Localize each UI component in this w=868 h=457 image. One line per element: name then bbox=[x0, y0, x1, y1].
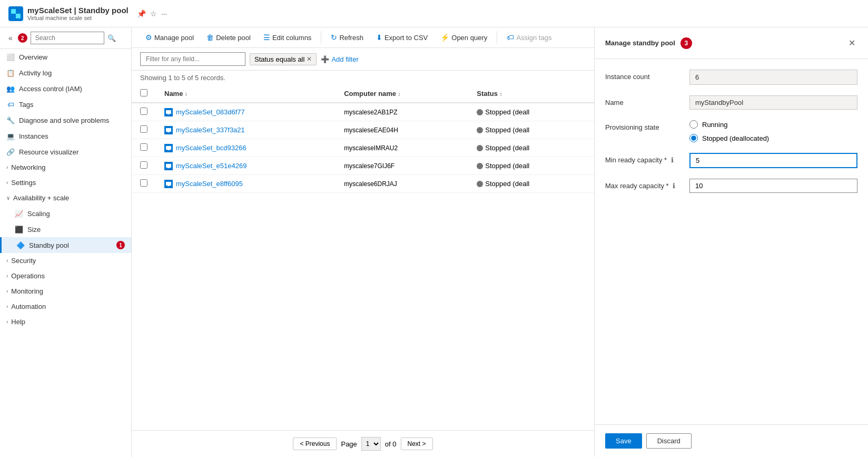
of-label: of 0 bbox=[385, 440, 397, 448]
sidebar-item-scaling[interactable]: 📈 Scaling bbox=[0, 206, 131, 221]
badge-2: 2 bbox=[18, 33, 27, 43]
filter-tag-text: Status equals all bbox=[254, 55, 304, 63]
toolbar-separator-2 bbox=[497, 31, 497, 44]
svg-rect-10 bbox=[166, 164, 171, 168]
radio-stopped-input[interactable] bbox=[689, 134, 698, 142]
sidebar-label-size: Size bbox=[27, 226, 41, 234]
sidebar-item-tags[interactable]: 🏷 Tags bbox=[0, 96, 131, 112]
scaling-icon: 📈 bbox=[15, 209, 23, 218]
sidebar-section-networking[interactable]: › Networking bbox=[0, 160, 131, 175]
sidebar-label-access-control: Access control (IAM) bbox=[19, 85, 82, 93]
min-ready-input[interactable] bbox=[689, 153, 857, 168]
sidebar-label-diagnose: Diagnose and solve problems bbox=[19, 116, 109, 124]
sidebar-item-access-control[interactable]: 👥 Access control (IAM) bbox=[0, 81, 131, 96]
row-checkbox[interactable] bbox=[140, 143, 147, 151]
max-ready-input[interactable] bbox=[689, 179, 857, 193]
vm-name-link[interactable]: myScaleSet_337f3a21 bbox=[164, 126, 327, 134]
right-panel: Manage standby pool 3 ✕ Instance count 6… bbox=[594, 27, 868, 457]
star-icon[interactable]: ☆ bbox=[150, 9, 157, 18]
sidebar-section-help[interactable]: › Help bbox=[0, 314, 131, 329]
toolbar: ⚙ Manage pool 🗑 Delete pool ☰ Edit colum… bbox=[132, 27, 594, 48]
column-status-label: Status bbox=[477, 90, 498, 98]
sidebar-item-resource-visualizer[interactable]: 🔗 Resource visualizer bbox=[0, 144, 131, 160]
diagnose-icon: 🔧 bbox=[6, 116, 15, 124]
computer-name-cell: myscaleseEAE04H bbox=[336, 121, 468, 139]
search-input[interactable] bbox=[31, 32, 104, 44]
chevron-operations: › bbox=[6, 273, 8, 279]
select-all-header bbox=[132, 85, 156, 103]
query-icon: ⚡ bbox=[440, 33, 449, 42]
svg-rect-1 bbox=[16, 9, 21, 14]
chevron-help: › bbox=[6, 319, 8, 325]
computer-name-cell: myscaleseIMRAU2 bbox=[336, 139, 468, 157]
vm-name-link[interactable]: myScaleSet_e51e4269 bbox=[164, 162, 327, 170]
open-query-button[interactable]: ⚡ Open query bbox=[435, 31, 492, 44]
sidebar-section-operations[interactable]: › Operations bbox=[0, 268, 131, 284]
sidebar-section-security[interactable]: › Security bbox=[0, 253, 131, 268]
sidebar-label-automation: Automation bbox=[11, 303, 46, 310]
sidebar-item-overview[interactable]: ⬜ Overview bbox=[0, 49, 131, 65]
filter-tag-status: Status equals all ✕ bbox=[250, 53, 317, 65]
sidebar-section-monitoring[interactable]: › Monitoring bbox=[0, 284, 131, 299]
panel-close-button[interactable]: ✕ bbox=[846, 36, 857, 50]
radio-running[interactable]: Running bbox=[689, 120, 857, 129]
status-dot bbox=[477, 127, 483, 133]
discard-button[interactable]: Discard bbox=[646, 433, 692, 449]
vm-icon bbox=[164, 126, 173, 134]
title-icons: 📌 ☆ ··· bbox=[137, 9, 167, 18]
sidebar-item-size[interactable]: ⬛ Size bbox=[0, 221, 131, 237]
manage-pool-button[interactable]: ⚙ Manage pool bbox=[140, 31, 199, 44]
filter-input[interactable] bbox=[140, 52, 245, 66]
status-cell: Stopped (deall bbox=[468, 175, 594, 193]
svg-rect-3 bbox=[16, 14, 21, 18]
sidebar-item-instances[interactable]: 💻 Instances bbox=[0, 128, 131, 144]
radio-stopped[interactable]: Stopped (deallocated) bbox=[689, 134, 857, 142]
form-row-min-ready: Min ready capacity * ℹ bbox=[605, 153, 857, 168]
page-select[interactable]: 1 bbox=[361, 437, 381, 451]
edit-columns-button[interactable]: ☰ Edit columns bbox=[258, 31, 317, 44]
add-filter-button[interactable]: ➕ Add filter bbox=[321, 55, 358, 63]
delete-pool-button[interactable]: 🗑 Delete pool bbox=[201, 31, 256, 44]
filter-tag-close[interactable]: ✕ bbox=[307, 55, 312, 63]
vm-name-link[interactable]: myScaleSet_083d6f77 bbox=[164, 108, 327, 116]
sidebar-section-availability-scale[interactable]: ∨ Availability + scale bbox=[0, 190, 131, 206]
pin-icon[interactable]: 📌 bbox=[137, 9, 146, 18]
instance-count-display: 6 bbox=[689, 70, 857, 85]
svg-rect-4 bbox=[166, 110, 171, 114]
row-checkbox[interactable] bbox=[140, 179, 147, 187]
panel-body: Instance count 6 Name Provisioning state bbox=[595, 59, 868, 424]
row-checkbox[interactable] bbox=[140, 108, 147, 115]
select-all-checkbox[interactable] bbox=[140, 89, 147, 96]
previous-button[interactable]: < Previous bbox=[293, 437, 337, 450]
page-subtitle: Virtual machine scale set bbox=[27, 15, 129, 21]
radio-running-input[interactable] bbox=[689, 120, 698, 129]
vm-icon bbox=[164, 108, 173, 116]
standby-pool-badge: 1 bbox=[116, 241, 125, 249]
sort-computer-name-icon[interactable]: ↕ bbox=[398, 91, 400, 97]
sidebar-section-settings[interactable]: › Settings bbox=[0, 175, 131, 190]
sidebar-item-diagnose[interactable]: 🔧 Diagnose and solve problems bbox=[0, 112, 131, 128]
export-csv-button[interactable]: ⬇ Export to CSV bbox=[371, 31, 433, 44]
vm-name-link[interactable]: myScaleSet_bcd93266 bbox=[164, 144, 327, 152]
svg-rect-8 bbox=[166, 146, 171, 150]
sidebar-item-standby-pool[interactable]: 🔷 Standby pool 1 bbox=[0, 237, 131, 253]
row-checkbox[interactable] bbox=[140, 125, 147, 133]
add-filter-icon: ➕ bbox=[321, 55, 329, 63]
name-input bbox=[689, 95, 857, 110]
export-icon: ⬇ bbox=[376, 33, 382, 42]
next-button[interactable]: Next > bbox=[401, 437, 433, 450]
sidebar-section-automation[interactable]: › Automation bbox=[0, 299, 131, 314]
assign-tags-button[interactable]: 🏷 Assign tags bbox=[501, 31, 557, 44]
overview-icon: ⬜ bbox=[6, 53, 15, 61]
filter-bar: Status equals all ✕ ➕ Add filter bbox=[132, 48, 594, 71]
sidebar-item-activity-log[interactable]: 📋 Activity log bbox=[0, 65, 131, 81]
refresh-button[interactable]: ↻ Refresh bbox=[326, 31, 369, 44]
vm-name-link[interactable]: myScaleSet_e8ff6095 bbox=[164, 180, 327, 188]
more-icon[interactable]: ··· bbox=[161, 9, 167, 18]
collapse-button[interactable]: « bbox=[6, 33, 15, 43]
vm-icon bbox=[164, 162, 173, 170]
save-button[interactable]: Save bbox=[605, 433, 642, 449]
sort-status-icon[interactable]: ↕ bbox=[499, 91, 502, 97]
row-checkbox[interactable] bbox=[140, 161, 147, 169]
sort-name-icon[interactable]: ↕ bbox=[185, 91, 188, 97]
